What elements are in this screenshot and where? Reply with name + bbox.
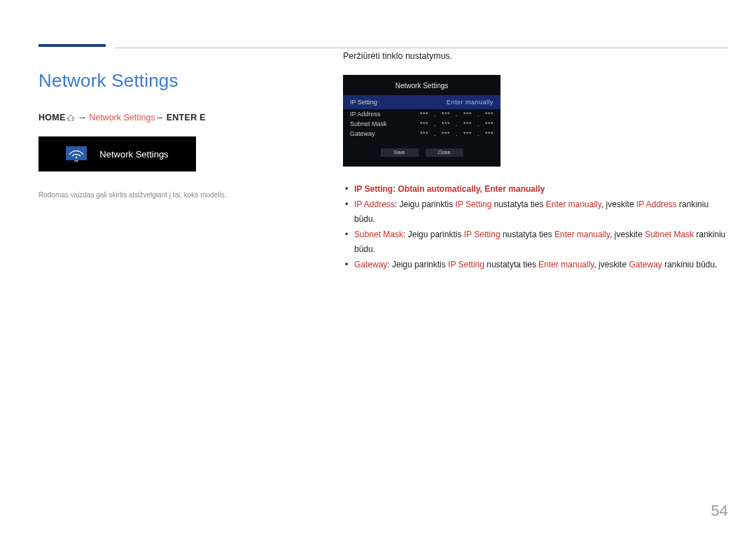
- panel-ip-setting-row: IP Setting Enter manually: [343, 95, 500, 109]
- close-button[interactable]: Close: [426, 148, 463, 157]
- top-divider: [115, 48, 728, 48]
- panel-buttons: Save Close: [343, 148, 500, 157]
- svg-point-2: [76, 157, 77, 158]
- bullet-subnet: Subnet Mask: Jeigu parinktis IP Setting …: [343, 227, 728, 256]
- widget-preview: Network Settings: [38, 136, 196, 171]
- breadcrumb-arrow: →: [78, 113, 87, 122]
- bullet-ip-address: IP Address: Jeigu parinktis IP Setting n…: [343, 197, 728, 226]
- wifi-icon: [66, 146, 87, 162]
- save-button[interactable]: Save: [381, 148, 419, 157]
- panel-values: IP Address ***. ***. ***. *** Subnet Mas…: [343, 109, 500, 139]
- settings-panel: Network Settings IP Setting Enter manual…: [343, 75, 500, 167]
- svg-rect-1: [74, 160, 78, 162]
- home-icon: [67, 115, 74, 121]
- page-number: 54: [711, 502, 728, 520]
- breadcrumb: HOME → Network Settings→ ENTER E: [38, 113, 280, 122]
- right-column: Peržiūrėti tinklo nustatymus. Network Se…: [343, 42, 728, 273]
- panel-ip-setting-label: IP Setting: [350, 99, 377, 106]
- panel-title: Network Settings: [343, 82, 500, 95]
- bullet-gateway: Gateway: Jeigu parinktis IP Setting nust…: [343, 258, 728, 272]
- breadcrumb-arrow: →: [155, 113, 164, 122]
- left-column: Network Settings HOME → Network Settings…: [38, 42, 280, 273]
- panel-row-gateway: Gateway ***. ***. ***. ***: [343, 129, 500, 139]
- row-label: Subnet Mask: [350, 120, 387, 127]
- title-accent-bar: [38, 44, 106, 47]
- bullet-list: IP Setting: Obtain automatically, Enter …: [343, 182, 728, 272]
- widget-label: Network Settings: [99, 149, 168, 160]
- row-label: Gateway: [350, 130, 375, 137]
- panel-row-ip-address: IP Address ***. ***. ***. ***: [343, 109, 500, 119]
- breadcrumb-enter: ENTER E: [167, 113, 206, 122]
- panel-row-subnet: Subnet Mask ***. ***. ***. ***: [343, 119, 500, 129]
- bullet-ip-setting: IP Setting: Obtain automatically, Enter …: [343, 182, 728, 196]
- disclaimer-text: Rodomas vaizdas gali skirtis atsižvelgia…: [38, 191, 280, 199]
- page-title: Network Settings: [38, 70, 280, 92]
- panel-ip-setting-value: Enter manually: [447, 99, 493, 106]
- breadcrumb-home: HOME: [38, 113, 66, 122]
- row-label: IP Address: [350, 111, 380, 118]
- intro-text: Peržiūrėti tinklo nustatymus.: [343, 51, 728, 61]
- breadcrumb-network-settings: Network Settings: [89, 113, 155, 122]
